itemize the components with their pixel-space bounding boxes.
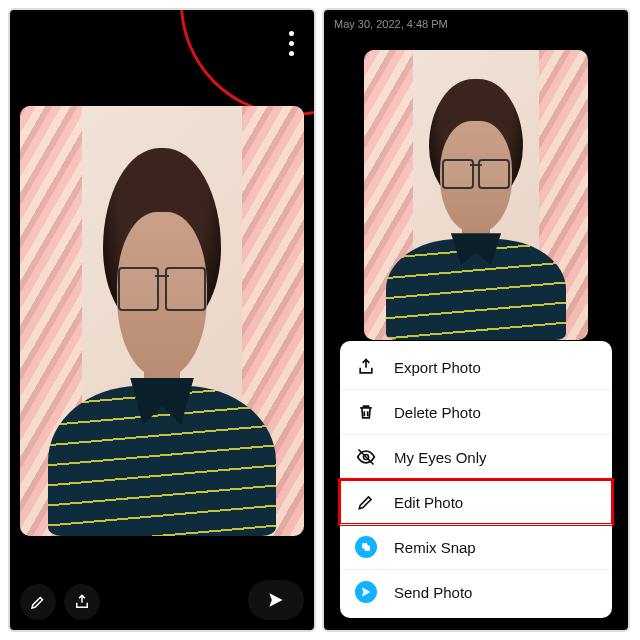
send-button[interactable] <box>248 580 304 620</box>
menu-label: Remix Snap <box>394 539 476 556</box>
edit-button[interactable] <box>20 584 56 620</box>
menu-label: Send Photo <box>394 584 472 601</box>
bottom-toolbar <box>10 578 314 620</box>
photo-timestamp: May 30, 2022, 4:48 PM <box>334 18 448 30</box>
more-options-button[interactable] <box>282 28 300 58</box>
export-icon <box>354 355 378 379</box>
memory-photo-thumb[interactable] <box>364 50 588 340</box>
menu-export-photo[interactable]: Export Photo <box>340 345 612 389</box>
eye-slash-icon <box>354 445 378 469</box>
menu-label: Edit Photo <box>394 494 463 511</box>
phone-left <box>8 8 316 632</box>
export-button[interactable] <box>64 584 100 620</box>
menu-label: My Eyes Only <box>394 449 487 466</box>
annotation-circle <box>180 8 316 116</box>
menu-edit-photo[interactable]: Edit Photo <box>340 479 612 524</box>
context-menu: Export Photo Delete Photo My Eyes Only E… <box>340 341 612 618</box>
phone-right: May 30, 2022, 4:48 PM Export Photo <box>322 8 630 632</box>
menu-delete-photo[interactable]: Delete Photo <box>340 389 612 434</box>
annotation-highlight <box>338 478 614 526</box>
menu-label: Delete Photo <box>394 404 481 421</box>
menu-send-photo[interactable]: Send Photo <box>340 569 612 614</box>
pencil-icon <box>354 490 378 514</box>
remix-icon <box>354 535 378 559</box>
svg-rect-2 <box>365 546 370 551</box>
trash-icon <box>354 400 378 424</box>
menu-label: Export Photo <box>394 359 481 376</box>
memory-photo[interactable] <box>20 106 304 536</box>
menu-remix-snap[interactable]: Remix Snap <box>340 524 612 569</box>
menu-my-eyes-only[interactable]: My Eyes Only <box>340 434 612 479</box>
send-icon <box>354 580 378 604</box>
